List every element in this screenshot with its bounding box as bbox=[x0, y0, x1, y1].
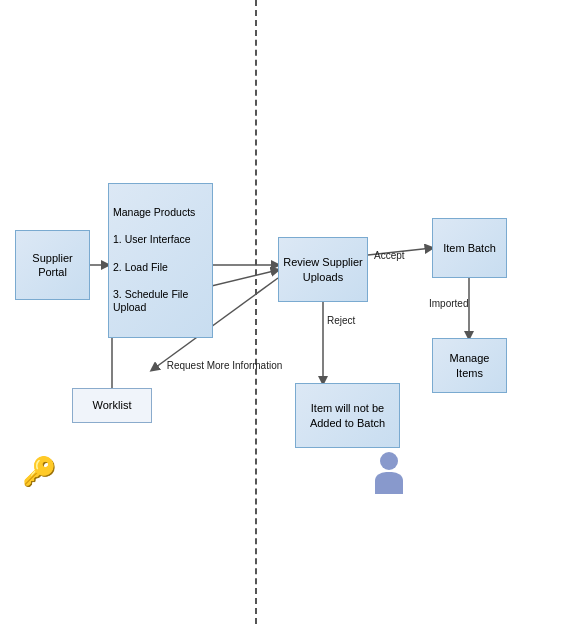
item-batch-box: Item Batch bbox=[432, 218, 507, 278]
worklist-label: Worklist bbox=[93, 398, 132, 412]
imported-label: Imported bbox=[429, 298, 468, 309]
manage-products-box: Manage Products 1. User Interface 2. Loa… bbox=[108, 183, 213, 338]
supplier-portal-label: Supplier Portal bbox=[20, 251, 85, 280]
arrows-svg bbox=[0, 0, 576, 624]
supplier-portal-box: Supplier Portal bbox=[15, 230, 90, 300]
dashed-line bbox=[255, 0, 257, 624]
person-body bbox=[375, 472, 403, 494]
item-not-added-label: Item will not be Added to Batch bbox=[300, 401, 395, 430]
key-icon: 🔑 bbox=[22, 455, 57, 488]
review-supplier-box: Review Supplier Uploads bbox=[278, 237, 368, 302]
worklist-box: Worklist bbox=[72, 388, 152, 423]
manage-products-label: Manage Products 1. User Interface 2. Loa… bbox=[113, 206, 208, 315]
person-head bbox=[380, 452, 398, 470]
manage-items-label: Manage Items bbox=[437, 351, 502, 380]
manage-items-box: Manage Items bbox=[432, 338, 507, 393]
accept-label: Accept bbox=[374, 250, 405, 261]
review-supplier-label: Review Supplier Uploads bbox=[283, 255, 363, 284]
item-batch-label: Item Batch bbox=[443, 241, 496, 255]
person-icon bbox=[375, 452, 403, 494]
reject-label: Reject bbox=[327, 315, 355, 326]
request-more-info-label: Request More Information bbox=[152, 360, 297, 371]
item-not-added-box: Item will not be Added to Batch bbox=[295, 383, 400, 448]
diagram-container: Supplier Portal Manage Products 1. User … bbox=[0, 0, 576, 624]
